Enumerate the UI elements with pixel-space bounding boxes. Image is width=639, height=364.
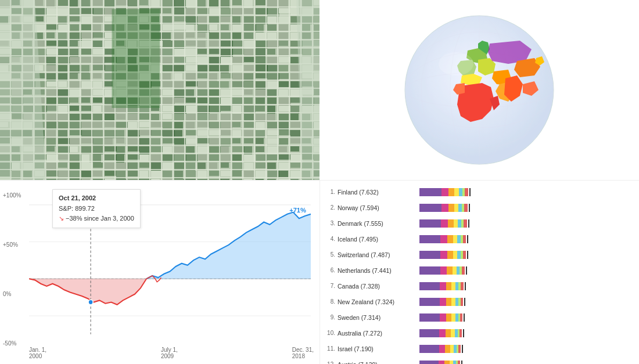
list-country-name: Finland (7.632) bbox=[335, 189, 419, 196]
tooltip-date: Oct 21, 2002 bbox=[59, 193, 134, 204]
list-item: 1.Finland (7.632) bbox=[325, 184, 634, 200]
chart-x-labels: Jan. 1,2000 July 1,2009 Dec. 31,2018 bbox=[29, 347, 314, 359]
list-item: 2.Norway (7.594) bbox=[325, 200, 634, 215]
tooltip-label: S&P: bbox=[59, 205, 73, 212]
bar-tick-icon bbox=[464, 298, 465, 306]
list-bar bbox=[419, 219, 634, 228]
list-rank: 10. bbox=[325, 330, 335, 336]
list-bar bbox=[419, 188, 634, 197]
y-label-neg50: -50% bbox=[3, 340, 21, 347]
list-country-name: Netherlands (7.441) bbox=[335, 267, 419, 274]
x-label-2018: Dec. 31,2018 bbox=[292, 347, 314, 359]
list-bar bbox=[419, 329, 634, 338]
list-country-name: Austria (7.139) bbox=[335, 361, 419, 365]
bar-tick-icon bbox=[465, 282, 466, 290]
list-rank: 8. bbox=[325, 298, 335, 305]
bar-tick-icon bbox=[468, 219, 469, 228]
list-rank: 3. bbox=[325, 220, 335, 226]
list-item: 7.Canada (7.328) bbox=[325, 278, 634, 294]
list-rank: 2. bbox=[325, 204, 335, 211]
tooltip-price: 899.72 bbox=[75, 205, 95, 212]
y-label-0: 0% bbox=[3, 291, 21, 297]
list-country-name: Sweden (7.314) bbox=[335, 314, 419, 321]
tooltip-value: S&P: 899.72 bbox=[59, 204, 134, 214]
bar-tick-icon bbox=[467, 235, 468, 243]
list-item: 3.Denmark (7.555) bbox=[325, 215, 634, 231]
list-bar bbox=[419, 266, 634, 275]
list-rank: 5. bbox=[325, 251, 335, 258]
list-bar bbox=[419, 250, 634, 260]
bar-tick-icon bbox=[466, 266, 467, 275]
tooltip-change-text: −38% since Jan 3, 2000 bbox=[66, 215, 134, 222]
list-country-name: Norway (7.594) bbox=[335, 204, 419, 211]
list-bar bbox=[419, 203, 634, 212]
list-rank: 12. bbox=[325, 361, 335, 364]
tooltip-change: ↘ −38% since Jan 3, 2000 bbox=[59, 214, 134, 224]
happiness-list: 1.Finland (7.632)2.Norway (7.594)3.Denma… bbox=[325, 184, 634, 364]
list-rank: 9. bbox=[325, 314, 335, 320]
list-country-name: New Zealand (7.324) bbox=[335, 298, 419, 305]
list-item: 10.Australia (7.272) bbox=[325, 325, 634, 341]
list-item: 4.Iceland (7.495) bbox=[325, 231, 634, 247]
bar-tick-icon bbox=[469, 188, 471, 196]
chart-panel: +100% +50% 0% -50% +71% Oct 21, 2002 S&P… bbox=[0, 180, 320, 364]
globe-panel bbox=[320, 0, 639, 180]
y-label-50: +50% bbox=[3, 242, 21, 248]
svg-point-15 bbox=[88, 300, 93, 304]
svg-text:+71%: +71% bbox=[289, 206, 306, 213]
happiness-list-panel: 1.Finland (7.632)2.Norway (7.594)3.Denma… bbox=[320, 180, 639, 364]
chart-y-labels: +100% +50% 0% -50% bbox=[3, 192, 21, 347]
svg-point-8 bbox=[439, 52, 473, 75]
list-country-name: Denmark (7.555) bbox=[335, 220, 419, 227]
list-item: 8.New Zealand (7.324) bbox=[325, 294, 634, 309]
list-country-name: Canada (7.328) bbox=[335, 283, 419, 290]
list-rank: 4. bbox=[325, 236, 335, 242]
list-country-name: Switzerland (7.487) bbox=[335, 251, 419, 258]
list-country-name: Israel (7.190) bbox=[335, 345, 419, 352]
bar-tick-icon bbox=[469, 204, 470, 212]
bar-tick-icon bbox=[462, 345, 463, 353]
list-item: 11.Israel (7.190) bbox=[325, 341, 634, 356]
bar-tick-icon bbox=[464, 313, 465, 322]
list-bar bbox=[419, 344, 634, 354]
list-country-name: Australia (7.272) bbox=[335, 330, 419, 337]
list-bar bbox=[419, 360, 634, 365]
list-item: 5.Switzerland (7.487) bbox=[325, 247, 634, 262]
list-rank: 1. bbox=[325, 189, 335, 195]
list-item: 6.Netherlands (7.441) bbox=[325, 262, 634, 278]
bar-tick-icon bbox=[463, 329, 464, 337]
list-bar bbox=[419, 235, 634, 244]
list-bar bbox=[419, 313, 634, 322]
satellite-map-canvas bbox=[0, 0, 320, 180]
list-bar bbox=[419, 282, 634, 291]
tooltip-arrow-icon: ↘ bbox=[59, 215, 64, 222]
list-item: 9.Sweden (7.314) bbox=[325, 309, 634, 325]
globe-svg bbox=[392, 9, 566, 171]
y-label-100: +100% bbox=[3, 192, 21, 199]
x-label-2009: July 1,2009 bbox=[161, 347, 178, 359]
list-country-name: Iceland (7.495) bbox=[335, 236, 419, 243]
list-item: 12.Austria (7.139) bbox=[325, 356, 634, 364]
list-rank: 7. bbox=[325, 283, 335, 289]
chart-tooltip: Oct 21, 2002 S&P: 899.72 ↘ −38% since Ja… bbox=[52, 189, 141, 228]
list-rank: 11. bbox=[325, 345, 335, 352]
bar-tick-icon bbox=[467, 251, 468, 259]
list-rank: 6. bbox=[325, 267, 335, 273]
x-label-2000: Jan. 1,2000 bbox=[29, 347, 46, 359]
list-bar bbox=[419, 297, 634, 307]
bar-tick-icon bbox=[461, 361, 462, 365]
satellite-map-panel bbox=[0, 0, 320, 180]
